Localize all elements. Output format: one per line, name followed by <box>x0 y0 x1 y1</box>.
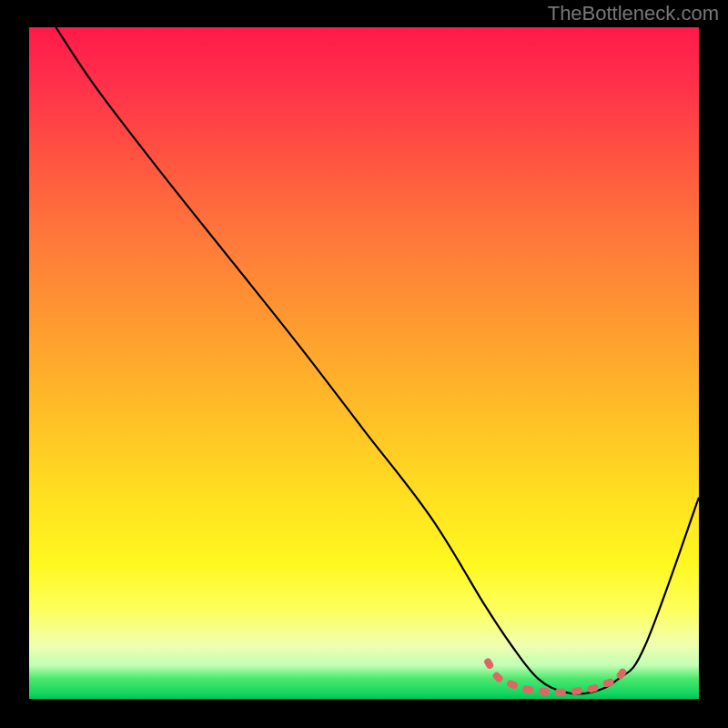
optimal-range-marker-line <box>488 662 629 692</box>
watermark-text: TheBottleneck.com <box>548 2 719 25</box>
bottleneck-curve-line <box>56 27 699 694</box>
chart-svg <box>29 27 699 699</box>
chart-plot-area <box>29 27 699 699</box>
